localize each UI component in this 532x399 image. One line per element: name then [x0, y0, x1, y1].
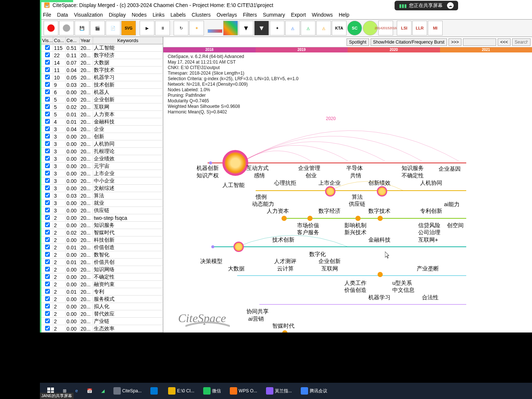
- vis-checkbox[interactable]: [45, 112, 50, 116]
- table-row[interactable]: 20.0020...产业链: [41, 318, 163, 325]
- vis-checkbox[interactable]: [45, 230, 50, 235]
- main-node[interactable]: [222, 150, 248, 176]
- vis-checkbox[interactable]: [45, 178, 50, 183]
- node-label[interactable]: 创新绩效: [368, 180, 391, 187]
- node-label[interactable]: 数字经济: [318, 208, 341, 215]
- node-label[interactable]: u型关系: [392, 280, 412, 287]
- cloud-icon[interactable]: ☁: [447, 2, 454, 9]
- node-label[interactable]: 企业管理: [298, 165, 320, 172]
- table-row[interactable]: 40.0120...金融科技: [41, 118, 163, 126]
- table-row[interactable]: 20.0020...生态效率: [41, 325, 163, 332]
- years-button[interactable]: 201420152016: [378, 21, 393, 35]
- kta-button[interactable]: KTA: [332, 21, 347, 35]
- node-label[interactable]: 协同共享: [246, 308, 269, 315]
- menu-display[interactable]: Display: [109, 12, 126, 18]
- taskbar-app[interactable]: E:\0 CI...: [165, 384, 197, 398]
- vis-checkbox[interactable]: [45, 311, 50, 316]
- node-label[interactable]: 半导体: [346, 165, 363, 172]
- network-visualization[interactable]: 2020 CiteSpace 机器创新知识产权人工智能互动方式感情心理抗拒企业管…: [163, 54, 532, 332]
- record-button[interactable]: [44, 21, 58, 35]
- table-row[interactable]: 220.1120...数字经济: [41, 52, 163, 59]
- menu-links[interactable]: Links: [153, 12, 165, 18]
- node[interactable]: [307, 216, 313, 221]
- visualization-panel[interactable]: Spotlight Show/Hide Citation/Frequency B…: [163, 37, 532, 332]
- save-button[interactable]: 💾: [75, 21, 89, 35]
- node-label[interactable]: 机器学习: [368, 294, 391, 301]
- vis-checkbox[interactable]: [45, 245, 50, 249]
- table-row[interactable]: 20.0020...科技创新: [41, 236, 163, 244]
- vis-checkbox[interactable]: [45, 89, 50, 94]
- cluster1-button[interactable]: ✦: [270, 21, 284, 35]
- node-label[interactable]: 供应链: [349, 201, 365, 208]
- table-row[interactable]: 30.0020...上市企业: [41, 170, 163, 177]
- vis-checkbox[interactable]: [45, 304, 50, 308]
- menu-export[interactable]: Export: [291, 12, 306, 18]
- taskbar-app[interactable]: 腾讯会议: [298, 384, 330, 398]
- node-label[interactable]: 机器创新: [197, 165, 219, 172]
- pause-button[interactable]: ⏸: [155, 21, 170, 35]
- node-label[interactable]: 合法性: [422, 294, 439, 301]
- table-row[interactable]: 20.0020...拟人化: [41, 303, 163, 310]
- menu-file[interactable]: File: [43, 12, 51, 18]
- vis-checkbox[interactable]: [45, 289, 50, 294]
- menu-filters[interactable]: Filters: [243, 12, 257, 18]
- node-label[interactable]: 创业: [306, 172, 317, 179]
- mi-button[interactable]: MI: [428, 21, 443, 35]
- menu-labels[interactable]: Labels: [171, 12, 186, 18]
- table-row[interactable]: 20.0020...不确定性: [41, 273, 163, 281]
- vis-checkbox[interactable]: [45, 326, 50, 331]
- spotlight-button[interactable]: Spotlight: [347, 38, 369, 46]
- table-row[interactable]: 20.0020...知识服务: [41, 222, 163, 229]
- table-row[interactable]: 20.0120...价值创造: [41, 244, 163, 251]
- node-label[interactable]: 公司治理: [418, 229, 440, 236]
- node-label[interactable]: 惯例: [256, 194, 267, 201]
- node-label[interactable]: 数字化: [309, 251, 326, 258]
- node-label[interactable]: 决策模型: [200, 258, 222, 265]
- node-label[interactable]: 互动方式: [246, 165, 269, 172]
- vis-checkbox[interactable]: [45, 141, 50, 146]
- cluster3-button[interactable]: ◬: [301, 21, 316, 35]
- menu-clusters[interactable]: Clusters: [192, 12, 211, 18]
- node-label[interactable]: 共情: [350, 172, 361, 179]
- vis-checkbox[interactable]: [45, 82, 50, 87]
- search-input[interactable]: [512, 38, 531, 46]
- table-row[interactable]: 20.0020...知识网络: [41, 266, 163, 273]
- vis-checkbox[interactable]: [45, 185, 50, 190]
- menu-overlays[interactable]: Overlays: [216, 12, 237, 18]
- app-button[interactable]: ◢: [98, 384, 108, 398]
- vis-checkbox[interactable]: [45, 52, 50, 57]
- table-row[interactable]: 30.0420...企业: [41, 126, 163, 133]
- vis-checkbox[interactable]: [45, 222, 50, 227]
- node-label[interactable]: 专利创新: [420, 208, 442, 215]
- node-label[interactable]: 算法: [352, 194, 363, 201]
- forward-button[interactable]: >>>: [449, 38, 461, 46]
- table-row[interactable]: 30.0320...算法: [41, 192, 163, 200]
- taskbar-app[interactable]: 莫兰指...: [263, 384, 295, 398]
- node-label[interactable]: 上市企业: [318, 180, 341, 187]
- table-row[interactable]: 50.0020...企业创新: [41, 96, 163, 103]
- vis-checkbox[interactable]: [45, 171, 50, 175]
- sc-button[interactable]: SC: [347, 21, 362, 35]
- menu-windows[interactable]: Windows: [312, 12, 333, 18]
- table-row[interactable]: 20.0020...数智化: [41, 251, 163, 259]
- vis-checkbox[interactable]: [45, 200, 50, 205]
- nav-input[interactable]: [463, 38, 496, 46]
- node[interactable]: [211, 245, 214, 248]
- stop-button[interactable]: [59, 21, 74, 35]
- gradient-button[interactable]: [208, 29, 222, 33]
- calendar-button[interactable]: 📅: [84, 384, 95, 398]
- vis-checkbox[interactable]: [45, 237, 50, 242]
- play-button[interactable]: ▶: [140, 21, 154, 35]
- table-row[interactable]: 30.0020...文献综述: [41, 185, 163, 192]
- menu-nodes[interactable]: Nodes: [132, 12, 146, 18]
- node-label[interactable]: 价值创造: [344, 287, 366, 294]
- vis-checkbox[interactable]: [45, 215, 50, 220]
- table-row[interactable]: 30.0020...创新: [41, 133, 163, 140]
- node-label[interactable]: 感情: [254, 172, 265, 179]
- table-row[interactable]: 20.0020...two-step fsqca: [41, 214, 163, 222]
- menu-help[interactable]: Help: [339, 12, 349, 18]
- node-label[interactable]: 市场价值: [297, 222, 319, 229]
- burst-toggle-button[interactable]: Show/Hide Citation/Frequency Burst: [371, 38, 447, 46]
- node-label[interactable]: 信贷风险: [418, 222, 440, 229]
- node-label[interactable]: 不确定性: [402, 172, 424, 179]
